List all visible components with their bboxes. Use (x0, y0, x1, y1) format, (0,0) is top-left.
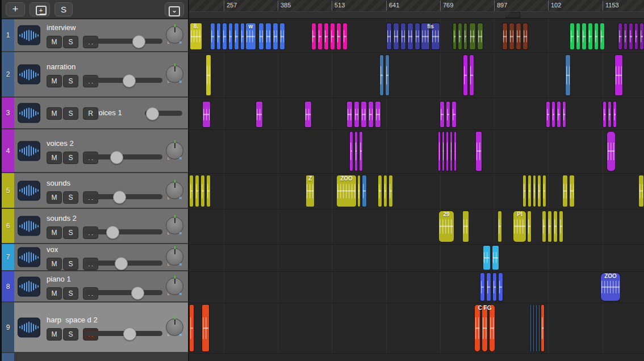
volume-slider-knob[interactable] (115, 257, 128, 270)
pan-knob[interactable]: LR (166, 248, 183, 266)
audio-region[interactable] (189, 175, 211, 207)
track-header-4[interactable]: 4voices 2MSRLR (0, 129, 189, 173)
audio-region[interactable] (603, 101, 617, 128)
audio-region[interactable]: Z (306, 175, 315, 207)
pan-knob[interactable]: LR (166, 142, 183, 159)
audio-region[interactable] (483, 245, 499, 270)
audio-region[interactable] (311, 23, 348, 50)
volume-slider-knob[interactable] (106, 226, 119, 239)
audio-region[interactable] (497, 211, 502, 242)
volume-slider[interactable] (145, 111, 182, 116)
solo-button[interactable]: S (63, 191, 78, 204)
solo-button[interactable]: S (63, 75, 78, 87)
track-header-1[interactable]: 1interviewMSRLR (0, 19, 189, 52)
audio-region[interactable] (258, 23, 285, 50)
mute-button[interactable]: M (47, 258, 62, 270)
audio-region[interactable] (475, 131, 482, 171)
audio-region[interactable] (614, 54, 623, 96)
volume-slider-knob[interactable] (146, 107, 159, 120)
audio-region[interactable] (565, 54, 571, 96)
audio-region[interactable] (542, 211, 563, 242)
volume-slider-knob[interactable] (131, 287, 144, 300)
solo-button[interactable]: S (63, 258, 78, 270)
bar-ruler[interactable]: 2573855136417698971021153 (189, 0, 644, 19)
volume-slider[interactable] (85, 78, 162, 83)
mute-button[interactable]: M (47, 75, 62, 87)
audio-region[interactable] (202, 101, 211, 128)
add-track-button[interactable]: + (6, 2, 25, 16)
audio-region[interactable] (502, 23, 528, 50)
audio-region[interactable] (349, 131, 363, 171)
track-header-config-button[interactable]: ⌄ (165, 2, 184, 16)
audio-region[interactable] (618, 23, 644, 50)
track-header-3[interactable]: 3voices 1MSR (0, 98, 189, 129)
mute-button[interactable]: M (47, 226, 62, 239)
audio-region[interactable] (546, 101, 566, 128)
audio-region[interactable] (438, 131, 457, 171)
audio-region[interactable]: ZOO (600, 272, 621, 301)
pan-knob[interactable]: LR (166, 278, 183, 295)
solo-button[interactable]: S (63, 328, 78, 341)
solo-button[interactable]: S (63, 107, 78, 120)
solo-button[interactable]: S (63, 226, 78, 239)
pan-knob[interactable]: LR (166, 26, 183, 44)
audio-region[interactable] (527, 211, 532, 242)
audio-region[interactable] (346, 101, 381, 128)
mute-button[interactable]: M (47, 107, 62, 120)
audio-region[interactable] (463, 54, 474, 96)
audio-region[interactable]: 29 (438, 211, 454, 242)
pan-knob[interactable]: LR (166, 318, 183, 336)
pan-knob[interactable]: LR (166, 182, 183, 199)
solo-button[interactable]: S (63, 36, 78, 48)
audio-region[interactable] (469, 23, 483, 50)
master-s-button[interactable]: S (55, 2, 73, 16)
audio-region[interactable] (379, 54, 390, 96)
volume-slider[interactable] (85, 39, 162, 44)
audio-region[interactable] (210, 23, 245, 50)
mute-button[interactable]: M (47, 328, 62, 341)
audio-region[interactable] (607, 131, 616, 171)
audio-region[interactable]: C FG (474, 304, 495, 352)
audio-region[interactable] (570, 23, 605, 50)
audio-region[interactable] (378, 175, 393, 207)
mute-button[interactable]: M (47, 152, 62, 164)
volume-slider[interactable] (85, 290, 162, 295)
audio-region[interactable] (522, 175, 546, 207)
audio-region[interactable] (202, 304, 210, 352)
duplicate-track-button[interactable]: + (30, 2, 50, 16)
mute-button[interactable]: M (47, 36, 62, 48)
track-header-8[interactable]: 8piano 1MSRLR (0, 271, 189, 303)
audio-region[interactable] (562, 175, 575, 207)
volume-slider-knob[interactable] (123, 328, 136, 341)
audio-region[interactable] (357, 175, 361, 207)
audio-region[interactable] (440, 101, 457, 128)
volume-slider[interactable] (85, 194, 162, 199)
volume-slider-knob[interactable] (110, 151, 123, 164)
volume-slider-knob[interactable] (123, 74, 136, 87)
track-header-7[interactable]: 7voxMSRLR (0, 244, 189, 271)
audio-region[interactable]: ZOO (336, 175, 357, 207)
volume-slider[interactable] (85, 261, 162, 266)
record-enable-button[interactable]: R (83, 107, 98, 120)
track-header-6[interactable]: 6sounds 2MSRLR (0, 209, 189, 244)
audio-region[interactable] (462, 211, 469, 242)
volume-slider[interactable] (85, 331, 162, 336)
audio-region[interactable]: PI (513, 211, 526, 242)
solo-button[interactable]: S (63, 287, 78, 300)
volume-slider[interactable] (85, 154, 162, 159)
track-header-9[interactable]: 9harp space d 2MSRLR (0, 303, 189, 353)
audio-region[interactable]: w (245, 23, 256, 50)
audio-region[interactable] (386, 23, 420, 50)
audio-region[interactable] (453, 23, 467, 50)
volume-slider-knob[interactable] (113, 191, 126, 204)
audio-region[interactable] (256, 101, 263, 128)
volume-slider[interactable] (85, 229, 162, 234)
audio-region[interactable] (638, 175, 644, 207)
audio-region[interactable]: fis (421, 23, 440, 50)
audio-region[interactable] (189, 304, 194, 352)
audio-region[interactable] (530, 304, 540, 352)
volume-slider-knob[interactable] (132, 35, 145, 48)
audio-region[interactable] (206, 54, 211, 96)
audio-region[interactable]: 8. (190, 23, 202, 50)
pan-knob[interactable]: LR (166, 65, 183, 83)
